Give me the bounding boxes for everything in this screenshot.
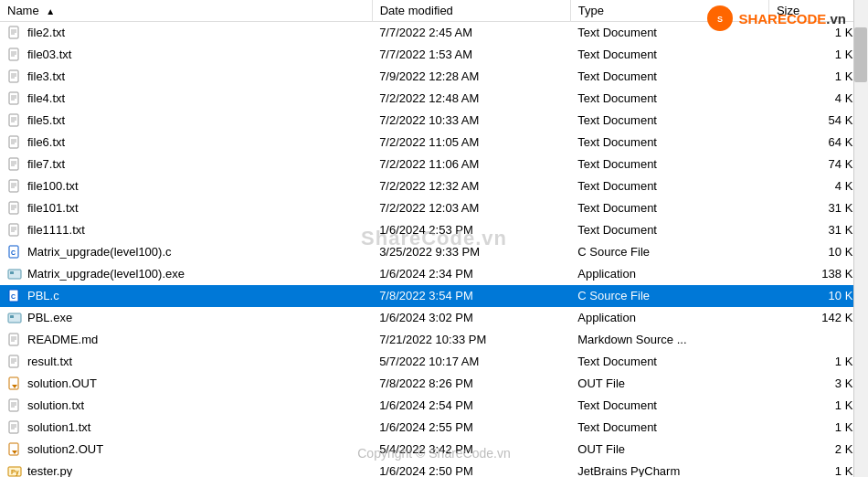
table-row[interactable]: solution2.OUT5/4/2022 3:42 PMOUT File2 K… (0, 439, 868, 461)
file-date: 7/2/2022 12:03 AM (372, 197, 570, 219)
svg-rect-49 (10, 315, 14, 318)
file-name: file1111.txt (27, 223, 85, 237)
sort-arrow: ▲ (46, 6, 55, 16)
file-name: solution1.txt (27, 420, 90, 434)
file-type: OUT File (570, 439, 768, 461)
table-row[interactable]: file1111.txt1/6/2024 2:53 PMText Documen… (0, 219, 868, 241)
file-name-cell: solution.OUT (0, 373, 372, 395)
table-row[interactable]: Pytester.py1/6/2024 2:50 PMJetBrains PyC… (0, 461, 868, 478)
file-type: OUT File (570, 373, 768, 395)
file-date: 7/9/2022 12:28 AM (372, 66, 570, 88)
table-row[interactable]: PBL.exe1/6/2024 3:02 PMApplication142 KB (0, 307, 868, 329)
file-date: 7/21/2022 10:33 PM (372, 329, 570, 351)
table-row[interactable]: CPBL.c7/8/2022 3:54 PMC Source File10 KB (0, 285, 868, 307)
table-row[interactable]: CMatrix_upgrade(level100).c3/25/2022 9:3… (0, 241, 868, 263)
file-icon-txt (7, 398, 22, 413)
file-name: PBL.exe (27, 311, 72, 324)
file-type: Text Document (570, 154, 768, 175)
table-row[interactable]: file7.txt7/2/2022 11:06 AMText Document7… (0, 154, 868, 175)
file-icon-exe (7, 267, 22, 281)
file-icon-txt (7, 26, 22, 40)
table-row[interactable]: solution.txt1/6/2024 2:54 PMText Documen… (0, 395, 868, 417)
svg-rect-68 (9, 443, 18, 455)
file-name: file5.txt (27, 113, 65, 127)
file-name-cell: Matrix_upgrade(level100).exe (0, 263, 372, 285)
table-row[interactable]: file5.txt7/2/2022 10:33 AMText Document5… (0, 110, 868, 132)
file-icon-txt (7, 157, 22, 172)
file-type: Text Document (570, 110, 768, 132)
file-name: solution.OUT (27, 376, 97, 390)
file-icon-txt (7, 48, 22, 62)
table-row[interactable]: file4.txt7/2/2022 12:48 AMText Document4… (0, 88, 868, 110)
file-icon-txt (7, 179, 22, 194)
file-date: 1/6/2024 3:02 PM (372, 307, 570, 329)
file-icon-txt (7, 135, 22, 150)
file-name: README.md (27, 333, 98, 346)
file-date: 1/6/2024 2:34 PM (372, 263, 570, 285)
table-row[interactable]: file101.txt7/2/2022 12:03 AMText Documen… (0, 197, 868, 219)
file-name: file100.txt (27, 179, 79, 193)
file-name-cell: PBL.exe (0, 307, 372, 329)
file-type: Application (570, 263, 768, 285)
table-row[interactable]: file3.txt7/9/2022 12:28 AMText Document1… (0, 66, 868, 88)
file-name-cell: Pytester.py (0, 461, 372, 478)
table-row[interactable]: file6.txt7/2/2022 11:05 AMText Document6… (0, 132, 868, 154)
file-name-cell: file101.txt (0, 197, 372, 219)
logo: S SHARECODE.vn (707, 5, 846, 31)
file-date: 7/2/2022 10:33 AM (372, 110, 570, 132)
file-name-cell: file6.txt (0, 132, 372, 154)
file-name: file03.txt (27, 48, 71, 61)
file-name-cell: file1111.txt (0, 219, 372, 241)
file-icon-txt (7, 420, 22, 435)
svg-rect-58 (9, 377, 18, 389)
table-row[interactable]: solution1.txt1/6/2024 2:55 PMText Docume… (0, 417, 868, 439)
table-row[interactable]: README.md7/21/2022 10:33 PMMarkdown Sour… (0, 329, 868, 351)
file-table: Name ▲ Date modified Type Size file2.txt… (0, 0, 868, 477)
file-icon-c: C (7, 245, 22, 260)
file-name-cell: result.txt (0, 351, 372, 373)
scrollbar[interactable] (853, 0, 868, 477)
file-type: Text Document (570, 66, 768, 88)
file-type: Text Document (570, 197, 768, 219)
file-name-cell: file100.txt (0, 175, 372, 197)
file-type: Application (570, 307, 768, 329)
file-icon-out (7, 376, 22, 391)
file-date: 3/25/2022 9:33 PM (372, 241, 570, 263)
file-name-cell: CMatrix_upgrade(level100).c (0, 241, 372, 263)
file-icon-c: C (7, 289, 22, 303)
file-icon-txt (7, 91, 22, 106)
file-name: solution2.OUT (27, 442, 103, 456)
table-row[interactable]: file100.txt7/2/2022 12:32 AMText Documen… (0, 175, 868, 197)
file-icon-md (7, 333, 22, 347)
file-type: Text Document (570, 132, 768, 154)
svg-rect-44 (8, 270, 21, 279)
logo-text: SHARECODE.vn (738, 11, 846, 26)
file-name-cell: CPBL.c (0, 285, 372, 307)
file-date: 7/2/2022 11:06 AM (372, 154, 570, 175)
file-name-cell: file03.txt (0, 44, 372, 66)
file-name-cell: solution2.OUT (0, 439, 372, 461)
file-type: Text Document (570, 175, 768, 197)
file-date: 7/2/2022 12:32 AM (372, 175, 570, 197)
file-date: 1/6/2024 2:54 PM (372, 395, 570, 417)
file-name: Matrix_upgrade(level100).c (27, 245, 172, 259)
svg-rect-45 (10, 271, 14, 274)
file-date: 1/6/2024 2:55 PM (372, 417, 570, 439)
file-type: JetBrains PyCharm (570, 461, 768, 478)
table-row[interactable]: Matrix_upgrade(level100).exe1/6/2024 2:3… (0, 263, 868, 285)
scroll-thumb[interactable] (854, 27, 867, 82)
file-name-cell: file5.txt (0, 110, 372, 132)
file-type: Text Document (570, 351, 768, 373)
file-explorer: S SHARECODE.vn Name ▲ Date modified Type… (0, 0, 868, 477)
col-name-header[interactable]: Name ▲ (0, 0, 372, 22)
col-date-header[interactable]: Date modified (372, 0, 570, 22)
file-name: file6.txt (27, 135, 65, 149)
file-name-cell: file3.txt (0, 66, 372, 88)
file-date: 1/6/2024 2:53 PM (372, 219, 570, 241)
file-date: 5/4/2022 3:42 PM (372, 439, 570, 461)
table-row[interactable]: solution.OUT7/8/2022 8:26 PMOUT File3 KB (0, 373, 868, 395)
svg-text:S: S (717, 15, 723, 24)
table-row[interactable]: file03.txt7/7/2022 1:53 AMText Document1… (0, 44, 868, 66)
table-row[interactable]: result.txt5/7/2022 10:17 AMText Document… (0, 351, 868, 373)
file-list: Name ▲ Date modified Type Size file2.txt… (0, 0, 868, 477)
